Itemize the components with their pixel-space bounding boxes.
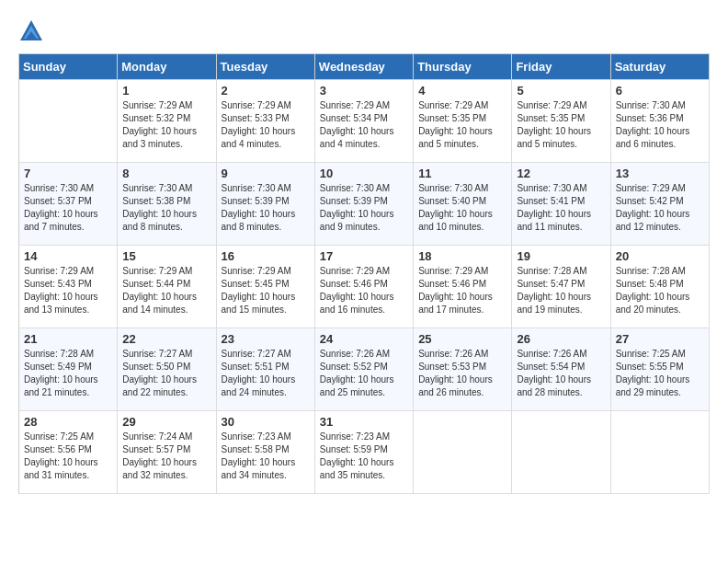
day-number: 27 (616, 332, 704, 346)
day-number: 21 (24, 332, 112, 346)
calendar-cell (610, 411, 709, 494)
calendar-cell: 27Sunrise: 7:25 AM Sunset: 5:55 PM Dayli… (610, 328, 709, 411)
calendar-cell: 29Sunrise: 7:24 AM Sunset: 5:57 PM Dayli… (118, 411, 216, 494)
calendar-cell: 2Sunrise: 7:29 AM Sunset: 5:33 PM Daylig… (216, 80, 314, 163)
day-number: 9 (222, 167, 310, 180)
day-info: Sunrise: 7:30 AM Sunset: 5:37 PM Dayligh… (24, 182, 112, 234)
day-number: 4 (418, 84, 506, 98)
day-number: 14 (24, 249, 112, 263)
day-info: Sunrise: 7:29 AM Sunset: 5:33 PM Dayligh… (222, 99, 310, 151)
calendar-cell: 20Sunrise: 7:28 AM Sunset: 5:48 PM Dayli… (610, 246, 709, 328)
day-number: 26 (517, 332, 605, 346)
weekday-header-saturday: Saturday (610, 54, 709, 80)
calendar-cell: 28Sunrise: 7:25 AM Sunset: 5:56 PM Dayli… (19, 411, 118, 494)
calendar-cell: 4Sunrise: 7:29 AM Sunset: 5:35 PM Daylig… (414, 80, 512, 163)
day-number: 23 (222, 332, 310, 346)
day-number: 7 (24, 167, 112, 180)
calendar-cell: 1Sunrise: 7:29 AM Sunset: 5:32 PM Daylig… (118, 80, 216, 163)
day-info: Sunrise: 7:25 AM Sunset: 5:56 PM Dayligh… (24, 431, 112, 482)
day-info: Sunrise: 7:26 AM Sunset: 5:53 PM Dayligh… (418, 348, 506, 399)
day-number: 24 (320, 332, 408, 346)
day-number: 6 (616, 84, 704, 98)
calendar-table: SundayMondayTuesdayWednesdayThursdayFrid… (18, 53, 710, 494)
weekday-header-friday: Friday (512, 54, 610, 80)
calendar-cell: 23Sunrise: 7:27 AM Sunset: 5:51 PM Dayli… (216, 328, 314, 411)
logo-icon (18, 18, 44, 44)
day-info: Sunrise: 7:30 AM Sunset: 5:39 PM Dayligh… (222, 182, 310, 234)
calendar-cell: 26Sunrise: 7:26 AM Sunset: 5:54 PM Dayli… (512, 328, 610, 411)
day-info: Sunrise: 7:26 AM Sunset: 5:52 PM Dayligh… (320, 348, 408, 399)
day-info: Sunrise: 7:29 AM Sunset: 5:44 PM Dayligh… (122, 265, 210, 316)
calendar-cell: 14Sunrise: 7:29 AM Sunset: 5:43 PM Dayli… (19, 246, 118, 328)
calendar-cell: 5Sunrise: 7:29 AM Sunset: 5:35 PM Daylig… (512, 80, 610, 163)
calendar-cell: 18Sunrise: 7:29 AM Sunset: 5:46 PM Dayli… (414, 246, 512, 328)
day-number: 17 (320, 249, 408, 263)
calendar-cell: 11Sunrise: 7:30 AM Sunset: 5:40 PM Dayli… (414, 163, 512, 246)
day-info: Sunrise: 7:27 AM Sunset: 5:51 PM Dayligh… (222, 348, 310, 399)
day-info: Sunrise: 7:30 AM Sunset: 5:36 PM Dayligh… (616, 99, 704, 151)
weekday-header-sunday: Sunday (19, 54, 118, 80)
day-info: Sunrise: 7:30 AM Sunset: 5:38 PM Dayligh… (122, 182, 210, 234)
calendar-cell: 12Sunrise: 7:30 AM Sunset: 5:41 PM Dayli… (512, 163, 610, 246)
day-info: Sunrise: 7:30 AM Sunset: 5:40 PM Dayligh… (418, 182, 506, 234)
calendar-cell: 13Sunrise: 7:29 AM Sunset: 5:42 PM Dayli… (610, 163, 709, 246)
day-info: Sunrise: 7:29 AM Sunset: 5:35 PM Dayligh… (517, 99, 605, 151)
day-number: 31 (320, 415, 408, 429)
calendar-cell: 17Sunrise: 7:29 AM Sunset: 5:46 PM Dayli… (314, 246, 413, 328)
logo (18, 18, 48, 44)
day-number: 18 (418, 249, 506, 263)
day-info: Sunrise: 7:29 AM Sunset: 5:42 PM Dayligh… (616, 182, 704, 234)
calendar-cell: 31Sunrise: 7:23 AM Sunset: 5:59 PM Dayli… (314, 411, 413, 494)
calendar-week-row: 1Sunrise: 7:29 AM Sunset: 5:32 PM Daylig… (19, 80, 710, 163)
calendar-cell: 22Sunrise: 7:27 AM Sunset: 5:50 PM Dayli… (118, 328, 216, 411)
day-number: 1 (122, 84, 210, 98)
weekday-header-wednesday: Wednesday (314, 54, 413, 80)
calendar-cell: 10Sunrise: 7:30 AM Sunset: 5:39 PM Dayli… (314, 163, 413, 246)
calendar-cell: 24Sunrise: 7:26 AM Sunset: 5:52 PM Dayli… (314, 328, 413, 411)
calendar-cell: 16Sunrise: 7:29 AM Sunset: 5:45 PM Dayli… (216, 246, 314, 328)
calendar-cell: 9Sunrise: 7:30 AM Sunset: 5:39 PM Daylig… (216, 163, 314, 246)
day-info: Sunrise: 7:28 AM Sunset: 5:48 PM Dayligh… (616, 265, 704, 316)
day-info: Sunrise: 7:24 AM Sunset: 5:57 PM Dayligh… (122, 431, 210, 482)
calendar-week-row: 21Sunrise: 7:28 AM Sunset: 5:49 PM Dayli… (19, 328, 710, 411)
day-number: 15 (122, 249, 210, 263)
weekday-header-tuesday: Tuesday (216, 54, 314, 80)
calendar-cell: 6Sunrise: 7:30 AM Sunset: 5:36 PM Daylig… (610, 80, 709, 163)
day-number: 20 (616, 249, 704, 263)
calendar-cell: 30Sunrise: 7:23 AM Sunset: 5:58 PM Dayli… (216, 411, 314, 494)
page-header (18, 18, 710, 44)
day-info: Sunrise: 7:30 AM Sunset: 5:39 PM Dayligh… (320, 182, 408, 234)
calendar-cell: 15Sunrise: 7:29 AM Sunset: 5:44 PM Dayli… (118, 246, 216, 328)
weekday-header-monday: Monday (118, 54, 216, 80)
day-info: Sunrise: 7:28 AM Sunset: 5:49 PM Dayligh… (24, 348, 112, 399)
day-info: Sunrise: 7:28 AM Sunset: 5:47 PM Dayligh… (517, 265, 605, 316)
calendar-cell: 21Sunrise: 7:28 AM Sunset: 5:49 PM Dayli… (19, 328, 118, 411)
calendar-week-row: 14Sunrise: 7:29 AM Sunset: 5:43 PM Dayli… (19, 246, 710, 328)
calendar-cell (512, 411, 610, 494)
day-number: 11 (418, 167, 506, 180)
calendar-cell: 7Sunrise: 7:30 AM Sunset: 5:37 PM Daylig… (19, 163, 118, 246)
calendar-cell: 19Sunrise: 7:28 AM Sunset: 5:47 PM Dayli… (512, 246, 610, 328)
day-number: 13 (616, 167, 704, 180)
day-info: Sunrise: 7:29 AM Sunset: 5:43 PM Dayligh… (24, 265, 112, 316)
day-number: 12 (517, 167, 605, 180)
day-info: Sunrise: 7:25 AM Sunset: 5:55 PM Dayligh… (616, 348, 704, 399)
day-number: 19 (517, 249, 605, 263)
calendar-cell (414, 411, 512, 494)
calendar-cell: 8Sunrise: 7:30 AM Sunset: 5:38 PM Daylig… (118, 163, 216, 246)
day-number: 8 (122, 167, 210, 180)
day-info: Sunrise: 7:23 AM Sunset: 5:58 PM Dayligh… (222, 431, 310, 482)
weekday-header-row: SundayMondayTuesdayWednesdayThursdayFrid… (19, 54, 710, 80)
day-info: Sunrise: 7:26 AM Sunset: 5:54 PM Dayligh… (517, 348, 605, 399)
day-number: 2 (222, 84, 310, 98)
calendar-cell (19, 80, 118, 163)
day-info: Sunrise: 7:29 AM Sunset: 5:46 PM Dayligh… (418, 265, 506, 316)
calendar-cell: 3Sunrise: 7:29 AM Sunset: 5:34 PM Daylig… (314, 80, 413, 163)
day-number: 5 (517, 84, 605, 98)
calendar-week-row: 7Sunrise: 7:30 AM Sunset: 5:37 PM Daylig… (19, 163, 710, 246)
day-number: 16 (222, 249, 310, 263)
day-info: Sunrise: 7:29 AM Sunset: 5:46 PM Dayligh… (320, 265, 408, 316)
day-info: Sunrise: 7:30 AM Sunset: 5:41 PM Dayligh… (517, 182, 605, 234)
calendar-cell: 25Sunrise: 7:26 AM Sunset: 5:53 PM Dayli… (414, 328, 512, 411)
day-number: 29 (122, 415, 210, 429)
